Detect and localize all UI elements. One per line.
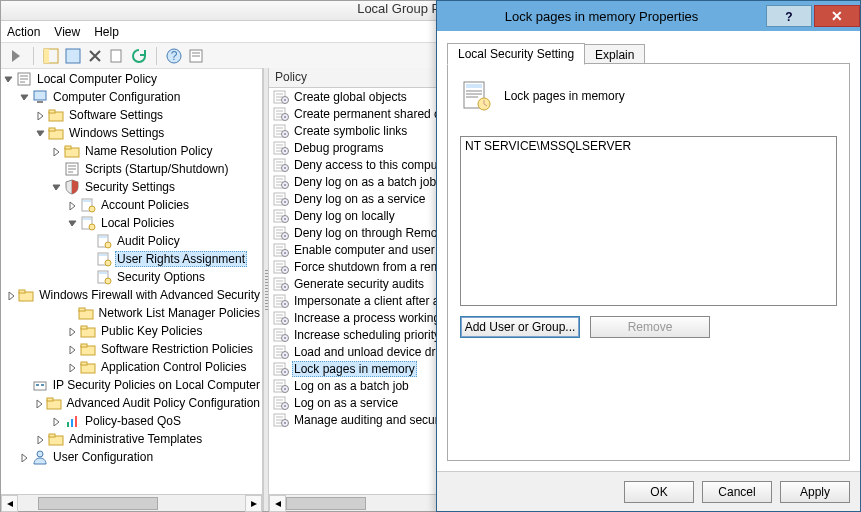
shield-icon (64, 179, 80, 195)
remove-button[interactable]: Remove (590, 316, 710, 338)
tree-item-network-list[interactable]: Network List Manager Policies (1, 304, 262, 322)
scroll-thumb[interactable] (38, 497, 158, 510)
folder-icon (48, 107, 64, 123)
props-icon[interactable] (187, 47, 205, 65)
expander-icon[interactable] (7, 290, 16, 301)
tree-item-scripts[interactable]: Scripts (Startup/Shutdown) (1, 160, 262, 178)
tree-item-software-restriction[interactable]: Software Restriction Policies (1, 340, 262, 358)
tree-label: Public Key Policies (99, 323, 204, 339)
expander-icon[interactable] (83, 236, 94, 247)
tree-label: Software Restriction Policies (99, 341, 255, 357)
tree-item-win-firewall[interactable]: Windows Firewall with Advanced Security (1, 286, 262, 304)
tree-hscroll[interactable]: ◂ ▸ (1, 494, 262, 511)
policy-icon (273, 106, 289, 122)
scroll-left-icon[interactable]: ◂ (269, 495, 286, 512)
tree-item-security-options[interactable]: Security Options (1, 268, 262, 286)
tree-label: Administrative Templates (67, 431, 204, 447)
tree-item-adv-audit[interactable]: Advanced Audit Policy Configuration (1, 394, 262, 412)
expander-icon[interactable] (19, 452, 30, 463)
help-icon[interactable]: ? (165, 47, 183, 65)
policy-icon (96, 251, 112, 267)
expander-icon[interactable] (51, 164, 62, 175)
principal-item[interactable]: NT SERVICE\MSSQLSERVER (465, 139, 832, 153)
scroll-right-icon[interactable]: ▸ (245, 495, 262, 512)
expander-icon[interactable] (83, 272, 94, 283)
expander-icon[interactable] (65, 308, 76, 319)
folder-icon (80, 341, 96, 357)
tree-item-audit-policy[interactable]: Audit Policy (1, 232, 262, 250)
expander-icon[interactable] (3, 74, 14, 85)
folder-icon (64, 143, 80, 159)
show-hide-tree-icon[interactable] (42, 47, 60, 65)
tree-item-root[interactable]: Local Computer Policy (1, 70, 262, 88)
expander-icon[interactable] (35, 110, 46, 121)
expander-icon[interactable] (51, 182, 62, 193)
menu-action[interactable]: Action (7, 25, 40, 39)
principals-listbox[interactable]: NT SERVICE\MSSQLSERVER (460, 136, 837, 306)
tab-explain[interactable]: Explain (584, 44, 645, 65)
expander-icon[interactable] (83, 254, 94, 265)
tree-item-computer-config[interactable]: Computer Configuration (1, 88, 262, 106)
policy-icon (273, 140, 289, 156)
tree-item-software-settings[interactable]: Software Settings (1, 106, 262, 124)
expander-icon[interactable] (35, 128, 46, 139)
tab-content: Lock pages in memory NT SERVICE\MSSQLSER… (447, 63, 850, 461)
menu-view[interactable]: View (54, 25, 80, 39)
computer-icon (32, 89, 48, 105)
delete-icon[interactable] (86, 47, 104, 65)
tree-item-public-key[interactable]: Public Key Policies (1, 322, 262, 340)
tree-item-security-settings[interactable]: Security Settings (1, 178, 262, 196)
folder-icon (18, 287, 34, 303)
expander-icon[interactable] (67, 344, 78, 355)
user-icon (32, 449, 48, 465)
dialog-help-button[interactable]: ? (766, 5, 812, 27)
tree-item-ipsec[interactable]: IP Security Policies on Local Computer (1, 376, 262, 394)
tree-item-admin-templates[interactable]: Administrative Templates (1, 430, 262, 448)
cancel-button[interactable]: Cancel (702, 481, 772, 503)
tree-item-windows-settings[interactable]: Windows Settings (1, 124, 262, 142)
expander-icon[interactable] (67, 326, 78, 337)
expander-icon[interactable] (35, 434, 46, 445)
apply-button[interactable]: Apply (780, 481, 850, 503)
expander-icon[interactable] (67, 362, 78, 373)
folder-icon (80, 323, 96, 339)
policy-label: Create global objects (292, 89, 409, 105)
tree-item-name-resolution[interactable]: Name Resolution Policy (1, 142, 262, 160)
dialog-titlebar[interactable]: Lock pages in memory Properties ? ✕ (437, 1, 860, 31)
tree-label: Account Policies (99, 197, 191, 213)
tree-item-user-rights[interactable]: User Rights Assignment (1, 250, 262, 268)
nav-forward-icon[interactable] (7, 47, 25, 65)
expander-icon[interactable] (67, 200, 78, 211)
tree-item-policy-qos[interactable]: Policy-based QoS (1, 412, 262, 430)
tree-label: Network List Manager Policies (97, 305, 262, 321)
ok-button[interactable]: OK (624, 481, 694, 503)
properties-icon[interactable] (64, 47, 82, 65)
tree-item-local-policies[interactable]: Local Policies (1, 214, 262, 232)
expander-icon[interactable] (26, 380, 30, 391)
expander-icon[interactable] (19, 92, 30, 103)
expander-icon[interactable] (51, 416, 62, 427)
policy-icon (273, 191, 289, 207)
tree-item-app-control[interactable]: Application Control Policies (1, 358, 262, 376)
scroll-thumb[interactable] (286, 497, 366, 510)
policy-label: Deny log on as a batch job (292, 174, 438, 190)
expander-icon[interactable] (51, 146, 62, 157)
policy-label: Deny log on as a service (292, 191, 427, 207)
refresh-icon[interactable] (130, 47, 148, 65)
tree-label: Name Resolution Policy (83, 143, 214, 159)
add-user-group-button[interactable]: Add User or Group... (460, 316, 580, 338)
tree-label: IP Security Policies on Local Computer (51, 377, 262, 393)
tree-item-account-policies[interactable]: Account Policies (1, 196, 262, 214)
tree-item-user-config[interactable]: User Configuration (1, 448, 262, 466)
scroll-left-icon[interactable]: ◂ (1, 495, 18, 512)
expander-icon[interactable] (67, 218, 78, 229)
expander-icon[interactable] (35, 398, 44, 409)
export-icon[interactable] (108, 47, 126, 65)
policy-icon (80, 197, 96, 213)
policy-icon (273, 259, 289, 275)
menu-help[interactable]: Help (94, 25, 119, 39)
dialog-close-button[interactable]: ✕ (814, 5, 860, 27)
tab-local-security[interactable]: Local Security Setting (447, 43, 585, 65)
script-icon (64, 161, 80, 177)
tree-label: Security Options (115, 269, 207, 285)
